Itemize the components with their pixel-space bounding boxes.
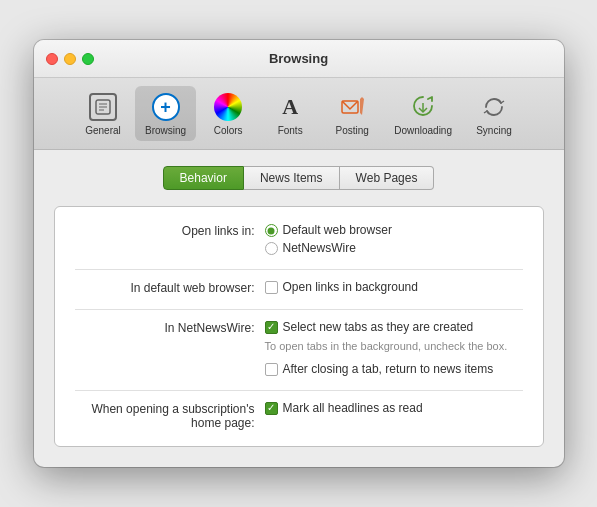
toolbar-item-downloading[interactable]: Downloading (384, 86, 462, 141)
minimize-button[interactable] (64, 53, 76, 65)
tab-news-items[interactable]: News Items (244, 166, 340, 190)
default-browser-label: In default web browser: (75, 280, 255, 295)
browsing-icon (150, 91, 182, 123)
tab-web-pages[interactable]: Web Pages (340, 166, 435, 190)
checkbox-mark-headlines[interactable]: Mark all headlines as read (265, 401, 423, 415)
general-icon (87, 91, 119, 123)
settings-panel: Open links in: Default web browser NetNe… (54, 206, 544, 447)
subscription-label: When opening a subscription's home page: (75, 401, 255, 430)
toolbar-item-syncing[interactable]: Syncing (464, 86, 524, 141)
subscription-row: When opening a subscription's home page:… (75, 401, 523, 430)
checkbox-after-closing-input[interactable] (265, 363, 278, 376)
default-browser-controls: Open links in background (265, 280, 418, 294)
sub-tabs: Behavior News Items Web Pages (54, 166, 544, 190)
fonts-icon: A (274, 91, 306, 123)
checkbox-open-background[interactable]: Open links in background (265, 280, 418, 294)
window-title: Browsing (269, 51, 328, 66)
toolbar-item-fonts[interactable]: A Fonts (260, 86, 320, 141)
toolbar-item-browsing[interactable]: Browsing (135, 86, 196, 141)
downloading-icon (407, 91, 439, 123)
netnewswire-controls: Select new tabs as they are created To o… (265, 320, 508, 376)
titlebar: Browsing (34, 40, 564, 78)
toolbar-label-browsing: Browsing (145, 125, 186, 136)
colors-icon (212, 91, 244, 123)
checkbox-mark-headlines-input[interactable] (265, 402, 278, 415)
divider-2 (75, 309, 523, 310)
toolbar-label-downloading: Downloading (394, 125, 452, 136)
toolbar-label-posting: Posting (335, 125, 368, 136)
zoom-button[interactable] (82, 53, 94, 65)
radio-default-browser-input[interactable] (265, 224, 278, 237)
main-window: Browsing General Browsi (34, 40, 564, 467)
toolbar-label-colors: Colors (214, 125, 243, 136)
checkbox-select-new-tabs[interactable]: Select new tabs as they are created (265, 320, 508, 334)
syncing-icon (478, 91, 510, 123)
toolbar-label-syncing: Syncing (476, 125, 512, 136)
netnewswire-label: In NetNewsWire: (75, 320, 255, 335)
toolbar-item-colors[interactable]: Colors (198, 86, 258, 141)
default-browser-row: In default web browser: Open links in ba… (75, 280, 523, 295)
content-area: Behavior News Items Web Pages Open links… (34, 150, 564, 467)
posting-icon (336, 91, 368, 123)
radio-netnewswire[interactable]: NetNewsWire (265, 241, 392, 255)
radio-default-browser[interactable]: Default web browser (265, 223, 392, 237)
toolbar: General Browsing Colors A Fonts (34, 78, 564, 150)
divider-1 (75, 269, 523, 270)
open-links-label: Open links in: (75, 223, 255, 238)
checkbox-select-new-tabs-input[interactable] (265, 321, 278, 334)
toolbar-label-general: General (85, 125, 121, 136)
subscription-controls: Mark all headlines as read (265, 401, 423, 415)
toolbar-item-posting[interactable]: Posting (322, 86, 382, 141)
radio-netnewswire-input[interactable] (265, 242, 278, 255)
open-links-row: Open links in: Default web browser NetNe… (75, 223, 523, 255)
tab-behavior[interactable]: Behavior (163, 166, 244, 190)
checkbox-open-background-input[interactable] (265, 281, 278, 294)
select-new-tabs-hint: To open tabs in the background, uncheck … (265, 340, 508, 352)
checkbox-after-closing[interactable]: After closing a tab, return to news item… (265, 362, 508, 376)
traffic-lights (46, 53, 94, 65)
open-links-controls: Default web browser NetNewsWire (265, 223, 392, 255)
netnewswire-row: In NetNewsWire: Select new tabs as they … (75, 320, 523, 376)
close-button[interactable] (46, 53, 58, 65)
toolbar-item-general[interactable]: General (73, 86, 133, 141)
divider-3 (75, 390, 523, 391)
toolbar-label-fonts: Fonts (278, 125, 303, 136)
